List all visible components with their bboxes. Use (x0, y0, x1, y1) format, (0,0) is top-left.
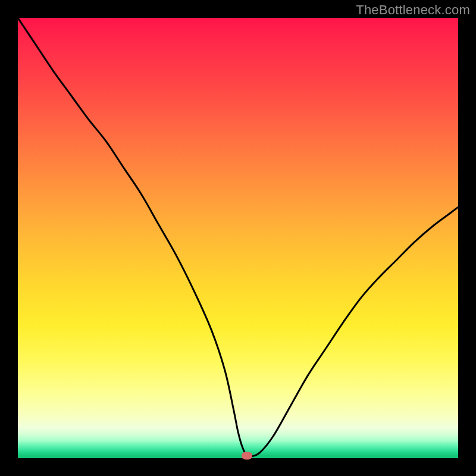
chart-stage: TheBottleneck.com (0, 0, 476, 476)
curve-layer (18, 18, 458, 458)
plot-area (18, 18, 458, 458)
minimum-marker (242, 452, 252, 460)
bottleneck-curve-path (18, 18, 458, 457)
watermark-text: TheBottleneck.com (356, 2, 470, 18)
